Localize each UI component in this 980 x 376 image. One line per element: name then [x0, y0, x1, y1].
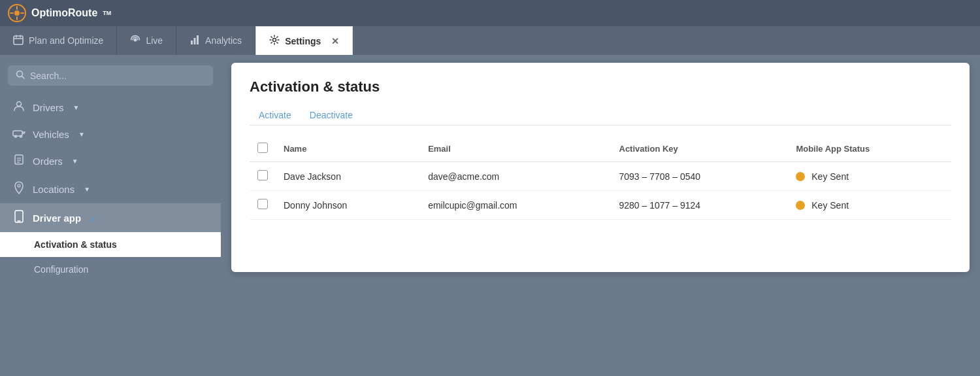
col-header-status: Mobile App Status — [788, 136, 951, 162]
tab-live-label: Live — [146, 35, 163, 46]
svg-rect-17 — [15, 155, 23, 164]
row-name-1: Donny Johnson — [276, 191, 420, 220]
driver-app-arrow-icon: ▲ — [90, 214, 97, 222]
svg-point-13 — [17, 102, 22, 107]
sidebar-item-orders-label: Orders — [33, 156, 63, 167]
tab-live[interactable]: Live — [117, 26, 176, 55]
row-email-1: emilcupic@gmail.com — [420, 191, 611, 220]
table-row: Donny Johnson emilcupic@gmail.com 9280 –… — [250, 191, 951, 220]
sidebar: Search... Drivers ▼ Vehicles ▼ Orders ▼ — [0, 55, 221, 376]
sub-item-activation-status[interactable]: Activation & status — [0, 232, 221, 257]
col-header-checkbox — [250, 136, 276, 162]
tab-analytics-label: Analytics — [205, 35, 242, 46]
sidebar-item-drivers[interactable]: Drivers ▼ — [0, 94, 221, 121]
vehicles-icon — [12, 128, 26, 141]
sub-item-configuration[interactable]: Configuration — [0, 257, 221, 282]
row-email-0: dave@acme.com — [420, 162, 611, 191]
driver-app-icon — [12, 210, 26, 226]
orders-icon — [12, 154, 26, 168]
row-checkbox-0[interactable] — [257, 170, 268, 180]
row-status-1: Key Sent — [788, 191, 951, 220]
logo-text: OptimoRoute — [31, 7, 97, 19]
svg-line-12 — [22, 77, 25, 79]
row-checkbox-cell — [250, 191, 276, 220]
logo: OptimoRoute TM — [8, 4, 111, 22]
row-status-0: Key Sent — [788, 162, 951, 191]
tab-analytics[interactable]: Analytics — [176, 26, 255, 55]
deactivate-tab[interactable]: Deactivate — [301, 106, 362, 126]
sidebar-item-vehicles-label: Vehicles — [33, 129, 69, 140]
svg-point-10 — [273, 39, 276, 42]
svg-point-1 — [14, 10, 20, 16]
calendar-icon — [13, 35, 24, 47]
col-header-email: Email — [420, 136, 611, 162]
settings-icon — [269, 35, 280, 47]
tab-settings-label: Settings — [285, 36, 321, 46]
svg-rect-7 — [191, 41, 193, 44]
svg-rect-9 — [197, 35, 199, 44]
activation-panel: Activation & status Activate Deactivate … — [231, 63, 970, 272]
sidebar-item-locations-label: Locations — [33, 184, 74, 195]
col-header-activation-key: Activation Key — [612, 136, 789, 162]
tab-plan-label: Plan and Optimize — [29, 35, 103, 46]
col-header-name: Name — [276, 136, 420, 162]
select-all-checkbox[interactable] — [257, 143, 268, 153]
live-icon — [130, 35, 140, 47]
locations-arrow-icon: ▼ — [84, 186, 90, 193]
panel-title: Activation & status — [250, 78, 951, 95]
table-row: Dave Jackson dave@acme.com 7093 – 7708 –… — [250, 162, 951, 191]
sidebar-item-drivers-label: Drivers — [33, 102, 64, 113]
sub-item-activation-status-label: Activation & status — [34, 239, 117, 250]
drivers-icon — [12, 100, 26, 114]
drivers-arrow-icon: ▼ — [73, 104, 80, 111]
main-layout: Search... Drivers ▼ Vehicles ▼ Orders ▼ — [0, 55, 980, 376]
analytics-icon — [189, 35, 200, 47]
tab-plan[interactable]: Plan and Optimize — [0, 26, 117, 55]
status-text: Key Sent — [811, 200, 849, 211]
search-icon — [16, 70, 25, 81]
svg-rect-8 — [194, 38, 196, 44]
status-dot-icon — [796, 201, 805, 210]
sidebar-item-orders[interactable]: Orders ▼ — [0, 147, 221, 175]
search-placeholder: Search... — [30, 71, 67, 81]
row-checkbox-1[interactable] — [257, 199, 268, 209]
orders-arrow-icon: ▼ — [72, 158, 78, 165]
status-text: Key Sent — [811, 171, 849, 182]
sidebar-item-vehicles[interactable]: Vehicles ▼ — [0, 121, 221, 147]
svg-point-21 — [18, 184, 20, 187]
row-activation-key-1: 9280 – 1077 – 9124 — [612, 191, 789, 220]
sidebar-item-locations[interactable]: Locations ▼ — [0, 175, 221, 203]
locations-icon — [12, 181, 26, 197]
row-activation-key-0: 7093 – 7708 – 0540 — [612, 162, 789, 191]
sidebar-item-driver-app[interactable]: Driver app ▲ — [0, 203, 221, 232]
status-dot-icon — [796, 172, 805, 181]
tab-bar: Plan and Optimize Live Analytics Setting… — [0, 26, 980, 55]
logo-tm: TM — [103, 10, 111, 16]
tab-settings-close[interactable]: ✕ — [331, 36, 339, 46]
activate-tab[interactable]: Activate — [250, 106, 301, 126]
activation-table: Name Email Activation Key Mobile App Sta… — [250, 136, 951, 220]
top-bar: OptimoRoute TM — [0, 0, 980, 26]
sub-item-configuration-label: Configuration — [34, 264, 88, 275]
sidebar-item-driver-app-label: Driver app — [33, 213, 81, 224]
vehicles-arrow-icon: ▼ — [78, 131, 85, 138]
action-tabs: Activate Deactivate — [250, 106, 951, 126]
search-box[interactable]: Search... — [8, 65, 213, 86]
row-name-0: Dave Jackson — [276, 162, 420, 191]
content-area: Activation & status Activate Deactivate … — [221, 55, 980, 376]
row-checkbox-cell — [250, 162, 276, 191]
svg-point-6 — [134, 38, 137, 41]
tab-settings[interactable]: Settings ✕ — [255, 26, 353, 55]
svg-rect-2 — [14, 36, 23, 44]
